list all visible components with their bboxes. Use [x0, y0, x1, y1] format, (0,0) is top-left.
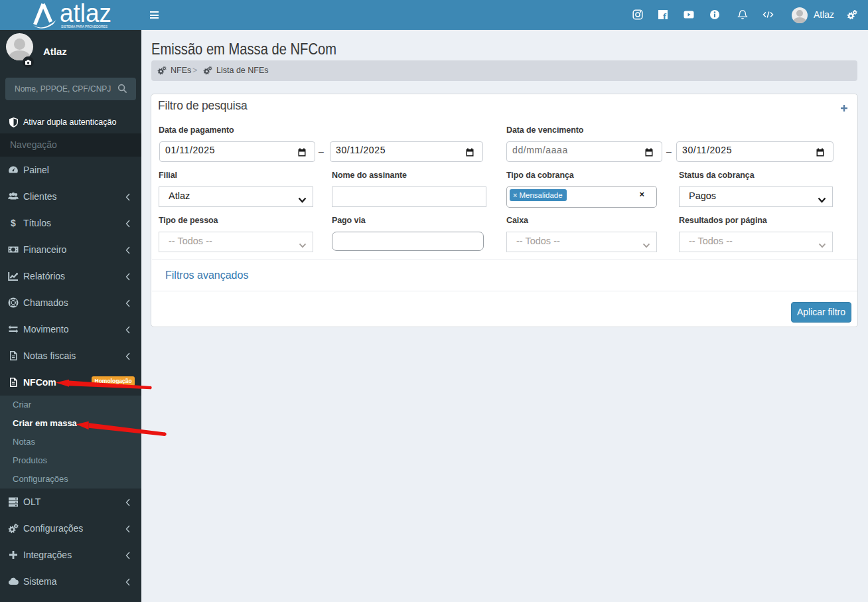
svg-text:atlaz: atlaz — [60, 0, 111, 27]
svg-text:$: $ — [11, 218, 16, 228]
svg-text:SISTEMA PARA PROVEDORES: SISTEMA PARA PROVEDORES — [61, 25, 108, 29]
